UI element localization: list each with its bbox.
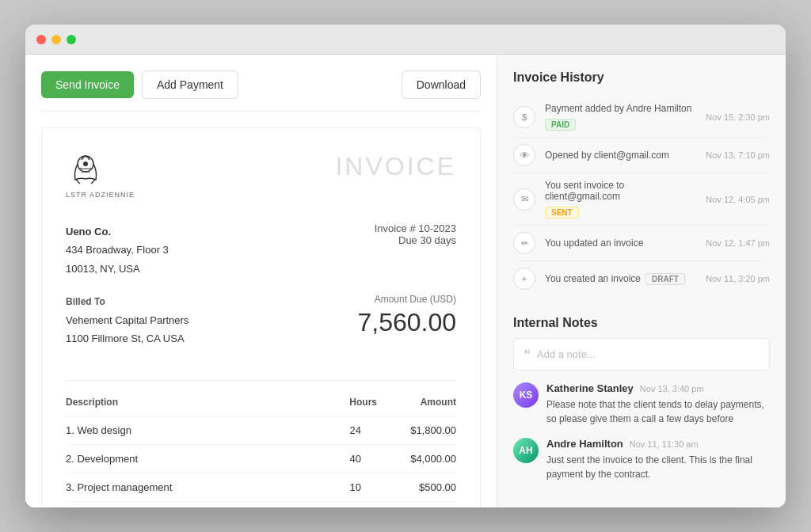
from-address2: 10013, NY, USA — [66, 260, 169, 278]
billed-section: Billed To Vehement Capital Partners 1100… — [66, 294, 456, 359]
history-item-text: Payment added by Andre Hamilton — [545, 103, 691, 114]
history-text: You updated an invoice — [545, 238, 696, 249]
history-time: Nov 12, 1:47 pm — [706, 238, 770, 248]
from-company: Ueno Co. — [66, 222, 169, 241]
history-item-text: You created an invoice — [545, 273, 641, 284]
left-panel: Send Invoice Add Payment Download — [25, 55, 497, 507]
send-invoice-button[interactable]: Send Invoice — [41, 71, 134, 98]
eye-icon: 👁 — [513, 144, 535, 166]
quote-icon: ❝ — [524, 347, 531, 362]
line-items-header: Description Hours Amount — [66, 393, 456, 416]
avatar: KS — [513, 382, 539, 408]
col-amount: Amount — [377, 397, 456, 408]
item1-amount: $1,800.00 — [377, 424, 456, 436]
list-item: + You created an invoice DRAFT Nov 11, 3… — [513, 261, 770, 296]
company-logo — [66, 152, 105, 188]
history-content: Opened by client@gmail.com — [545, 150, 696, 161]
history-item-text: You updated an invoice — [545, 238, 643, 249]
list-item: 👁 Opened by client@gmail.com Nov 13, 7:1… — [513, 138, 770, 173]
history-item-text: Opened by client@gmail.com — [545, 150, 669, 161]
plus-icon: + — [513, 268, 535, 290]
item3-desc: 3. Project management — [66, 481, 314, 493]
maximize-button[interactable] — [67, 35, 76, 44]
note-header: Andre Hamilton Nov 11, 11:30 am — [546, 438, 770, 450]
add-note-area[interactable]: ❝ Add a note... — [513, 338, 770, 370]
invoice-history: Invoice History $ Payment added by Andre… — [513, 70, 770, 296]
invoice-header: LSTR ADZIENNIE INVOICE — [66, 152, 456, 199]
item1-desc: 1. Web design — [66, 424, 314, 436]
notes-section: Internal Notes ❝ Add a note... KS Kather… — [513, 316, 770, 481]
company-name: LSTR ADZIENNIE — [66, 191, 135, 199]
from-address: Ueno Co. 434 Broadway, Floor 3 10013, NY… — [66, 222, 169, 278]
note-time: Nov 11, 11:30 am — [630, 439, 699, 449]
history-content: You created an invoice DRAFT — [545, 273, 696, 285]
avatar: AH — [513, 438, 539, 463]
list-item: AH Andre Hamilton Nov 11, 11:30 am Just … — [513, 438, 770, 481]
col-hours: Hours — [314, 397, 377, 408]
item2-amount: $4,000.00 — [377, 453, 456, 465]
from-address1: 434 Broadway, Floor 3 — [66, 241, 169, 259]
invoice-details: Invoice # 10-2023 Due 30 days — [375, 222, 456, 278]
invoice-due: Due 30 days — [375, 234, 456, 246]
item3-amount: $500.00 — [377, 481, 456, 493]
history-time: Nov 13, 7:10 pm — [706, 150, 770, 160]
note-author: Katherine Stanley — [546, 382, 634, 394]
list-item: KS Katherine Stanley Nov 13, 3:40 pm Ple… — [513, 382, 770, 426]
notes-title: Internal Notes — [513, 316, 770, 330]
close-button[interactable] — [36, 35, 46, 44]
item2-desc: 2. Development — [66, 453, 314, 465]
edit-icon: ✏ — [513, 232, 535, 254]
note-header: Katherine Stanley Nov 13, 3:40 pm — [546, 382, 770, 394]
note-content: Andre Hamilton Nov 11, 11:30 am Just sen… — [546, 438, 770, 481]
history-text: You created an invoice DRAFT — [545, 273, 696, 285]
invoice-meta: Ueno Co. 434 Broadway, Floor 3 10013, NY… — [66, 222, 456, 278]
download-button[interactable]: Download — [402, 70, 481, 99]
amount-due-value: 7,560.00 — [357, 308, 456, 337]
item3-hours: 10 — [314, 481, 377, 493]
billed-to-label: Billed To — [66, 294, 188, 311]
main-content: Send Invoice Add Payment Download — [25, 55, 786, 507]
item1-hours: 24 — [314, 424, 377, 436]
list-item: ✏ You updated an invoice Nov 12, 1:47 pm — [513, 226, 770, 261]
history-content: You updated an invoice — [545, 238, 696, 249]
paid-badge: PAID — [545, 119, 576, 131]
table-row: 2. Development 40 $4,000.00 — [66, 445, 456, 473]
item2-hours: 40 — [314, 453, 377, 465]
line-items: Description Hours Amount 1. Web design 2… — [66, 380, 456, 507]
logo-area: LSTR ADZIENNIE — [66, 152, 135, 199]
note-time: Nov 13, 3:40 pm — [640, 384, 704, 393]
history-time: Nov 11, 3:20 pm — [706, 274, 770, 283]
table-row: 3. Project management 10 $500.00 — [66, 473, 456, 502]
andre-initials: AH — [519, 445, 532, 456]
sent-badge: SENT — [545, 207, 579, 218]
col-description: Description — [66, 397, 314, 408]
billed-address: 1100 Fillmore St, CA USA — [66, 329, 188, 348]
list-item: $ Payment added by Andre Hamilton PAID N… — [513, 97, 770, 138]
history-text: You sent invoice to client@gmail.com SEN… — [545, 180, 696, 218]
invoice-number: Invoice # 10-2023 — [375, 222, 456, 234]
history-text: Opened by client@gmail.com — [545, 150, 696, 161]
traffic-lights — [36, 35, 76, 44]
amount-due-label: Amount Due (USD) — [357, 294, 456, 305]
billed-company: Vehement Capital Partners — [66, 311, 188, 329]
invoice-title: INVOICE — [335, 152, 456, 181]
history-content: You sent invoice to client@gmail.com SEN… — [545, 180, 696, 218]
amount-due-section: Amount Due (USD) 7,560.00 — [357, 294, 456, 337]
app-window: Send Invoice Add Payment Download — [25, 25, 786, 507]
add-payment-button[interactable]: Add Payment — [142, 70, 238, 99]
invoice-paper: LSTR ADZIENNIE INVOICE Ueno Co. 434 Broa… — [41, 127, 481, 507]
history-text: Payment added by Andre Hamilton PAID — [545, 103, 696, 131]
note-author: Andre Hamilton — [546, 438, 623, 450]
minimize-button[interactable] — [51, 35, 61, 44]
mail-icon: ✉ — [513, 188, 535, 211]
dollar-icon: $ — [513, 106, 535, 128]
add-note-placeholder: Add a note... — [537, 348, 596, 360]
svg-point-1 — [83, 162, 88, 166]
katherine-initials: KS — [520, 390, 533, 401]
list-item: ✉ You sent invoice to client@gmail.com S… — [513, 173, 770, 226]
note-text: Just sent the invoice to the client. Thi… — [546, 453, 770, 481]
note-text: Please note that the client tends to del… — [546, 397, 770, 426]
title-bar — [25, 25, 786, 55]
billed-to: Billed To Vehement Capital Partners 1100… — [66, 294, 188, 348]
history-item-text: You sent invoice to client@gmail.com — [545, 180, 696, 202]
